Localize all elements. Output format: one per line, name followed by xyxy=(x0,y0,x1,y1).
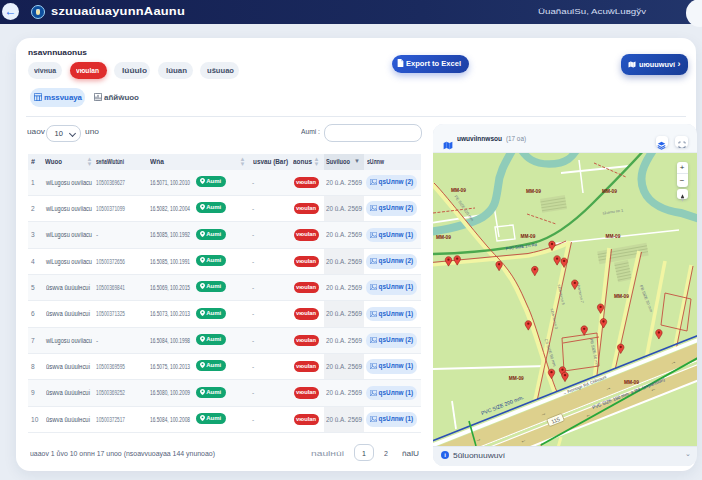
svg-text:MM-09: MM-09 xyxy=(508,376,523,381)
svg-text:MM-09: MM-09 xyxy=(451,188,466,193)
svg-text:MM-09: MM-09 xyxy=(520,234,535,239)
svg-text:MM-09: MM-09 xyxy=(436,235,451,240)
svg-text:MM-09: MM-09 xyxy=(602,189,617,194)
svg-text:MM-09: MM-09 xyxy=(624,380,639,385)
svg-text:MM-09: MM-09 xyxy=(614,294,629,299)
svg-text:MM-09: MM-09 xyxy=(605,234,620,239)
svg-text:MM-09: MM-09 xyxy=(526,189,541,194)
